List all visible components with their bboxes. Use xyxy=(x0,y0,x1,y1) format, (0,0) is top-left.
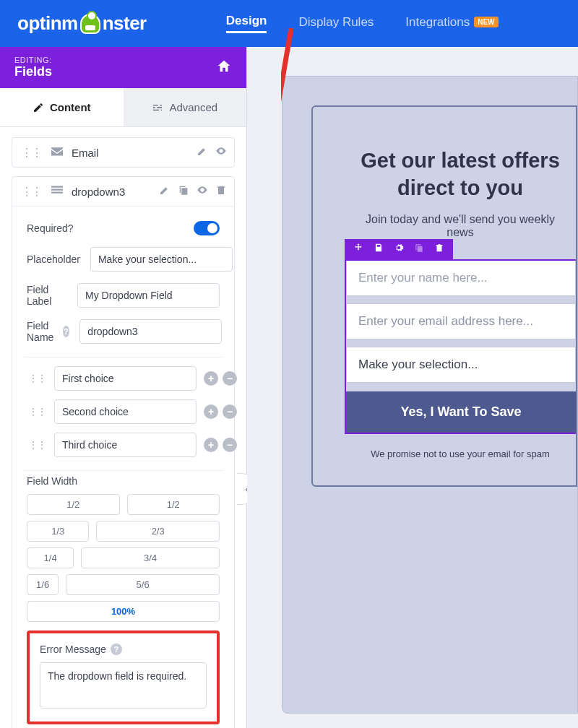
choice-input[interactable] xyxy=(54,366,197,391)
nav-tab-design[interactable]: Design xyxy=(226,14,267,33)
preview-name-input[interactable]: Enter your name here... xyxy=(346,261,576,296)
envelope-icon xyxy=(50,145,64,160)
editing-title: Fields xyxy=(14,64,52,79)
nav-tab-label: Display Rules xyxy=(298,15,374,30)
field-label-label: Field Label xyxy=(27,284,67,307)
field-name-label: Field Name? xyxy=(27,320,69,343)
sidebar: EDITING: Fields Content Advanced ⋮⋮ xyxy=(0,47,247,728)
home-icon[interactable] xyxy=(216,58,232,77)
field-title: dropdown3 xyxy=(72,186,152,198)
nav-tab-integrations[interactable]: Integrations NEW xyxy=(405,14,498,33)
preview-dropdown[interactable]: Make your selection... xyxy=(346,347,576,383)
preview-subtext: news xyxy=(345,226,576,239)
width-option[interactable]: 1/6 xyxy=(27,574,59,595)
move-icon[interactable] xyxy=(353,243,363,256)
help-icon[interactable]: ? xyxy=(111,644,122,655)
error-message-label: Error Message? xyxy=(40,644,207,655)
nav-tab-label: Integrations xyxy=(405,15,470,30)
nav-tab-label: Design xyxy=(226,14,267,28)
preview-heading: direct to you xyxy=(345,175,576,202)
width-option[interactable]: 1/2 xyxy=(27,494,120,515)
required-label: Required? xyxy=(27,222,102,234)
choice-row: ⋮⋮ +− xyxy=(27,366,220,391)
field-name-input[interactable] xyxy=(79,319,222,344)
placeholder-label: Placeholder xyxy=(27,254,80,265)
block-toolbar xyxy=(345,239,453,259)
trash-icon[interactable] xyxy=(215,184,227,199)
drag-handle-icon[interactable]: ⋮⋮ xyxy=(27,439,47,451)
add-choice-icon[interactable]: + xyxy=(204,438,218,452)
preview-subtext: Join today and we'll send you weekly xyxy=(345,213,576,226)
brand-text-right: nster xyxy=(103,12,147,35)
edit-icon[interactable] xyxy=(159,184,171,199)
preview-fineprint: We promise not to use your email for spa… xyxy=(345,448,576,459)
preview-popup: Get our latest offers direct to you Join… xyxy=(311,105,577,487)
field-width-label: Field Width xyxy=(27,475,220,487)
top-nav: optinm nster Design Display Rules Integr… xyxy=(0,0,578,47)
tab-label: Advanced xyxy=(169,101,217,113)
field-label-input[interactable] xyxy=(77,283,220,308)
field-width-grid: 1/21/2 1/32/3 1/43/4 1/65/6 100% xyxy=(27,494,220,622)
add-choice-icon[interactable]: + xyxy=(204,404,218,419)
preview-email-input[interactable]: Enter your email address here... xyxy=(346,303,576,339)
trash-icon[interactable] xyxy=(434,243,444,256)
choice-row: ⋮⋮ +− xyxy=(27,433,220,457)
choice-row: ⋮⋮ +− xyxy=(27,399,220,424)
save-icon[interactable] xyxy=(374,243,384,256)
brand-text-left: optinm xyxy=(17,12,78,35)
drag-handle-icon[interactable]: ⋮⋮ xyxy=(20,146,43,160)
new-badge: NEW xyxy=(474,17,498,27)
error-message-section: Error Message? xyxy=(27,630,220,724)
drag-handle-icon[interactable]: ⋮⋮ xyxy=(27,373,47,384)
width-option[interactable]: 2/3 xyxy=(96,521,220,542)
field-card-email: ⋮⋮ Email xyxy=(12,137,235,168)
drag-handle-icon[interactable]: ⋮⋮ xyxy=(20,185,43,199)
width-option[interactable]: 3/4 xyxy=(81,547,220,568)
placeholder-input[interactable] xyxy=(90,247,233,272)
field-card-dropdown3: ⋮⋮ dropdown3 Required? xyxy=(12,176,235,728)
copy-icon[interactable] xyxy=(178,184,189,199)
choice-input[interactable] xyxy=(54,433,197,457)
copy-icon[interactable] xyxy=(414,243,424,256)
add-choice-icon[interactable]: + xyxy=(204,371,218,386)
design-canvas: Get our latest offers direct to you Join… xyxy=(247,47,578,728)
width-option[interactable]: 5/6 xyxy=(66,574,220,595)
eye-icon[interactable] xyxy=(215,145,227,160)
brand-logo: optinm nster xyxy=(17,12,147,35)
error-message-input[interactable] xyxy=(40,662,207,708)
width-option[interactable]: 1/3 xyxy=(27,521,89,542)
tab-label: Content xyxy=(50,101,91,113)
editing-header: EDITING: Fields xyxy=(0,47,246,88)
nav-tab-display-rules[interactable]: Display Rules xyxy=(298,14,374,33)
preview-form-block[interactable]: Enter your name here... Enter your email… xyxy=(345,259,576,434)
help-icon[interactable]: ? xyxy=(63,326,70,337)
pencil-icon xyxy=(33,102,44,113)
field-title: Email xyxy=(72,147,189,159)
required-toggle[interactable] xyxy=(194,221,220,235)
width-option[interactable]: 1/4 xyxy=(27,547,74,568)
drag-handle-icon[interactable]: ⋮⋮ xyxy=(27,406,47,417)
width-option[interactable]: 1/2 xyxy=(127,494,220,515)
panel-tabs: Content Advanced xyxy=(0,88,246,127)
sliders-icon xyxy=(152,102,163,113)
tab-content[interactable]: Content xyxy=(0,88,124,126)
width-option-full[interactable]: 100% xyxy=(27,601,220,622)
nav-tabs: Design Display Rules Integrations NEW xyxy=(226,14,499,33)
edit-icon[interactable] xyxy=(197,145,208,160)
list-icon xyxy=(50,184,64,199)
monster-icon xyxy=(80,14,100,34)
eye-icon[interactable] xyxy=(197,184,208,199)
preview-submit-button[interactable]: Yes, I Want To Save xyxy=(346,391,576,433)
remove-choice-icon[interactable]: − xyxy=(223,438,237,452)
tab-advanced[interactable]: Advanced xyxy=(124,88,247,126)
preview-heading: Get our latest offers xyxy=(345,147,576,175)
remove-choice-icon[interactable]: − xyxy=(223,404,237,419)
remove-choice-icon[interactable]: − xyxy=(223,371,237,386)
choice-input[interactable] xyxy=(54,399,197,424)
editing-label: EDITING: xyxy=(14,56,52,64)
gear-icon[interactable] xyxy=(394,243,404,256)
